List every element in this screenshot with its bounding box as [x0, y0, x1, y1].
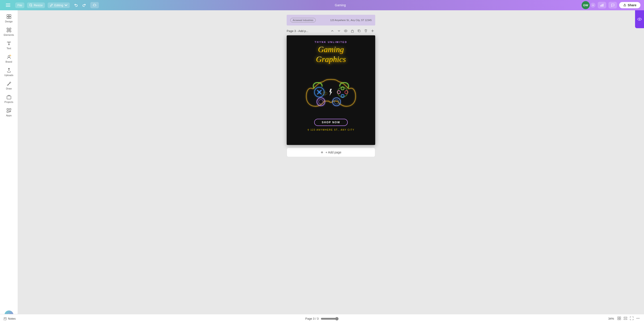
editing-label: Editing: [54, 4, 63, 7]
canvas-title-line1: Gaming: [316, 45, 322, 54]
canvas-title: Gaming Graphics: [316, 45, 322, 65]
resize-button[interactable]: Resize: [27, 2, 45, 8]
svg-point-25: [319, 100, 322, 104]
canvas-content: THYNK UNLIMITED Gaming Graphics: [287, 35, 322, 145]
layout-icon: [6, 14, 12, 19]
brand-icon: [6, 54, 12, 60]
add-page-plus-icon: [320, 151, 322, 154]
svg-rect-10: [10, 28, 11, 29]
projects-icon: [6, 94, 12, 100]
page2-preview: Arowwal Industries 123 Anywhere St., Any…: [287, 15, 322, 26]
add-page-button[interactable]: + Add page: [287, 148, 322, 157]
navbar: File Resize Editing: [0, 0, 322, 10]
svg-rect-17: [7, 111, 8, 112]
draw-icon: [6, 81, 12, 86]
svg-rect-12: [10, 31, 11, 32]
redo-icon: [82, 3, 86, 8]
sidebar-item-elements[interactable]: Elements: [1, 26, 17, 38]
sidebar-item-draw[interactable]: Draw: [1, 79, 17, 92]
sidebar-design-label: Design: [5, 20, 12, 23]
sidebar-apps-label: Apps: [6, 114, 12, 117]
page3-canvas[interactable]: THYNK UNLIMITED Gaming Graphics: [287, 35, 322, 145]
elements-icon: [6, 27, 12, 33]
file-button[interactable]: File: [15, 2, 24, 8]
svg-rect-0: [30, 4, 32, 6]
hamburger-menu-button[interactable]: [4, 1, 12, 9]
resize-icon: [29, 4, 32, 7]
controller-illustration: [300, 69, 322, 116]
page3-toolbar: Page 3 - Add p...: [287, 28, 322, 34]
page3-label: Page 3 - Add p...: [287, 29, 308, 33]
shop-now-button[interactable]: SHOP NOW: [314, 119, 322, 126]
sidebar-brand-label: Brand: [6, 60, 12, 63]
text-icon: [6, 41, 12, 46]
pencil-icon: [50, 4, 53, 7]
canvas-address: ⚲ 123 ANYWHERE ST., ANY CITY: [308, 128, 322, 131]
svg-rect-5: [9, 14, 11, 16]
svg-rect-19: [10, 111, 11, 112]
chevron-down-icon: [64, 4, 68, 7]
canvas-title-line2: Graphics: [316, 55, 322, 64]
sidebar-item-apps[interactable]: Apps: [1, 106, 17, 118]
cloud-icon: [92, 3, 96, 7]
svg-rect-7: [9, 17, 11, 18]
preview-company: Arowwal Industries: [290, 18, 316, 22]
undo-redo-group: [72, 2, 88, 9]
sidebar-item-brand[interactable]: Brand: [1, 52, 17, 65]
undo-button[interactable]: [72, 2, 80, 9]
svg-rect-9: [7, 28, 8, 29]
save-cloud-button[interactable]: [90, 2, 99, 8]
sidebar: Design Elements Text Brand: [0, 10, 18, 162]
apps-icon: [6, 108, 12, 113]
svg-rect-11: [7, 31, 8, 32]
sidebar-text-label: Text: [6, 47, 11, 50]
svg-point-28: [314, 87, 322, 97]
neon-controller-svg: [300, 69, 322, 116]
svg-rect-14: [7, 96, 11, 99]
svg-rect-20: [10, 111, 10, 112]
navbar-left: File Resize Editing: [4, 1, 99, 9]
canvas-brand: THYNK UNLIMITED: [314, 41, 322, 44]
sidebar-item-projects[interactable]: Projects: [1, 92, 17, 105]
sidebar-projects-label: Projects: [4, 101, 14, 103]
main-canvas-area: Arowwal Industries 123 Anywhere St., Any…: [18, 10, 322, 162]
sidebar-draw-label: Draw: [6, 87, 12, 90]
editing-button[interactable]: Editing: [48, 2, 70, 8]
sidebar-uploads-label: Uploads: [4, 74, 13, 76]
sidebar-item-uploads[interactable]: Uploads: [1, 66, 17, 78]
svg-rect-15: [7, 108, 8, 110]
svg-rect-6: [7, 17, 9, 18]
shop-btn-wrapper: SHOP NOW: [314, 119, 322, 126]
svg-rect-16: [10, 108, 11, 110]
undo-icon: [74, 3, 78, 8]
hamburger-icon: [5, 3, 11, 8]
svg-rect-4: [7, 14, 9, 16]
sidebar-elements-label: Elements: [4, 34, 14, 36]
redo-button[interactable]: [80, 2, 88, 9]
svg-point-13: [8, 56, 10, 57]
resize-label: Resize: [34, 4, 43, 7]
sidebar-item-design[interactable]: Design: [1, 12, 17, 24]
sidebar-item-text[interactable]: Text: [1, 39, 17, 52]
upload-icon: [6, 68, 12, 73]
file-label: File: [18, 4, 22, 7]
